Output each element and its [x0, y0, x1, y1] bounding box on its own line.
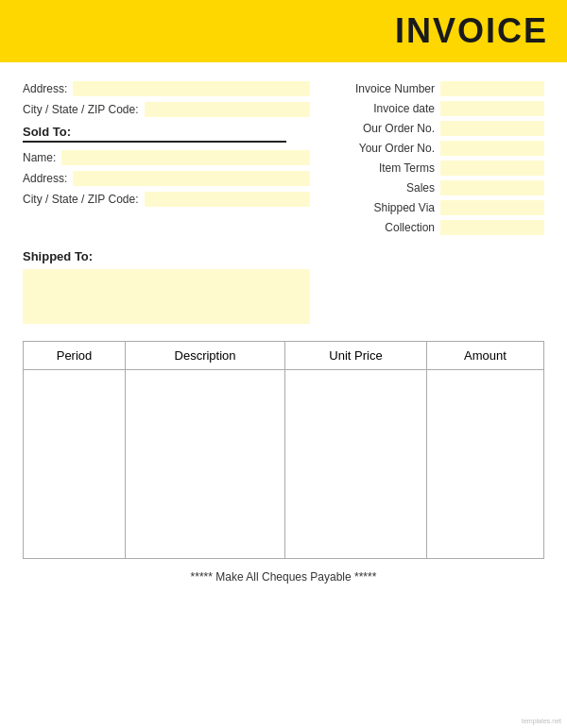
table-row [24, 370, 544, 559]
name-input[interactable] [61, 150, 309, 165]
col-unit-price: Unit Price [285, 342, 427, 370]
col-description: Description [126, 342, 285, 370]
address-label: Address: [23, 82, 67, 95]
city-row: City / State / ZIP Code: [23, 102, 310, 117]
sales-label: Sales [406, 181, 435, 195]
invoice-title: INVOICE [395, 11, 548, 50]
sold-to-section: Sold To: Name: Address: City / State / Z… [23, 125, 310, 207]
cell-unit-price[interactable] [285, 370, 427, 559]
footer: ***** Make All Cheques Payable ***** [23, 570, 544, 584]
sold-address-input[interactable] [73, 171, 309, 186]
item-terms-input[interactable] [440, 161, 544, 176]
invoice-date-row: Invoice date [320, 101, 544, 116]
invoice-number-label: Invoice Number [355, 82, 435, 95]
city-label: City / State / ZIP Code: [23, 103, 139, 116]
shipped-to-section: Shipped To: [23, 249, 544, 324]
sold-city-row: City / State / ZIP Code: [23, 192, 310, 207]
your-order-row: Your Order No. [320, 141, 544, 156]
invoice-header: INVOICE [0, 0, 567, 62]
invoice-page: INVOICE Address: City / State / ZIP Code… [0, 0, 567, 728]
collection-label: Collection [385, 221, 435, 234]
left-column: Address: City / State / ZIP Code: Sold T… [23, 81, 310, 240]
collection-input[interactable] [440, 220, 544, 235]
city-input[interactable] [145, 102, 310, 117]
address-row: Address: [23, 81, 310, 96]
right-column: Invoice Number Invoice date Our Order No… [320, 81, 544, 240]
sold-address-row: Address: [23, 171, 310, 186]
shipped-via-row: Shipped Via [320, 200, 544, 215]
your-order-input[interactable] [440, 141, 544, 156]
shipped-via-input[interactable] [440, 200, 544, 215]
name-label: Name: [23, 151, 56, 164]
watermark: templates.net [522, 718, 561, 724]
top-section: Address: City / State / ZIP Code: Sold T… [23, 81, 544, 240]
item-terms-row: Item Terms [320, 161, 544, 176]
cell-amount[interactable] [426, 370, 543, 559]
shipped-via-label: Shipped Via [374, 201, 436, 214]
invoice-table-section: Period Description Unit Price Amount [23, 341, 544, 559]
sold-address-label: Address: [23, 172, 67, 185]
name-row: Name: [23, 150, 310, 165]
item-terms-label: Item Terms [379, 161, 435, 175]
invoice-number-row: Invoice Number [320, 81, 544, 96]
invoice-date-label: Invoice date [373, 102, 435, 115]
sold-to-label: Sold To: [23, 125, 286, 143]
content-area: Address: City / State / ZIP Code: Sold T… [0, 62, 567, 602]
col-period: Period [24, 342, 126, 370]
our-order-input[interactable] [440, 121, 544, 136]
cell-description[interactable] [126, 370, 285, 559]
cell-period[interactable] [24, 370, 126, 559]
your-order-label: Your Order No. [359, 142, 435, 155]
sold-city-label: City / State / ZIP Code: [23, 193, 139, 206]
our-order-row: Our Order No. [320, 121, 544, 136]
col-amount: Amount [426, 342, 543, 370]
footer-text: ***** Make All Cheques Payable ***** [191, 570, 377, 584]
collection-row: Collection [320, 220, 544, 235]
shipped-to-label: Shipped To: [23, 249, 544, 263]
sold-city-input[interactable] [145, 192, 310, 207]
invoice-number-input[interactable] [440, 81, 544, 96]
invoice-table: Period Description Unit Price Amount [23, 341, 544, 559]
sales-row: Sales [320, 180, 544, 195]
address-input[interactable] [73, 81, 309, 96]
invoice-date-input[interactable] [440, 101, 544, 116]
sales-input[interactable] [440, 180, 544, 195]
shipped-to-box[interactable] [23, 269, 310, 324]
our-order-label: Our Order No. [363, 122, 435, 135]
